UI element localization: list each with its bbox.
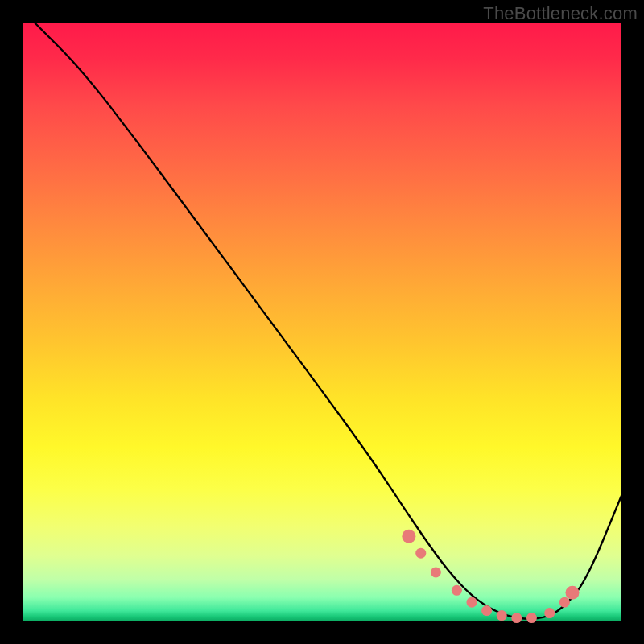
marker-dot — [544, 608, 555, 618]
chart-svg — [23, 23, 621, 621]
marker-dot — [497, 610, 507, 621]
watermark-text: TheBottleneck.com — [483, 3, 638, 24]
marker-dot — [431, 567, 441, 577]
marker-dot — [467, 597, 477, 608]
marker-dot — [565, 586, 579, 600]
marker-dot — [559, 597, 570, 608]
marker-dot — [415, 548, 426, 559]
curve-path — [35, 23, 621, 619]
marker-dot — [452, 585, 462, 596]
chart-plot-area — [23, 23, 621, 621]
marker-dot — [481, 605, 492, 616]
marker-dot — [526, 613, 537, 623]
marker-dot — [511, 613, 522, 623]
marker-dot — [402, 530, 415, 543]
